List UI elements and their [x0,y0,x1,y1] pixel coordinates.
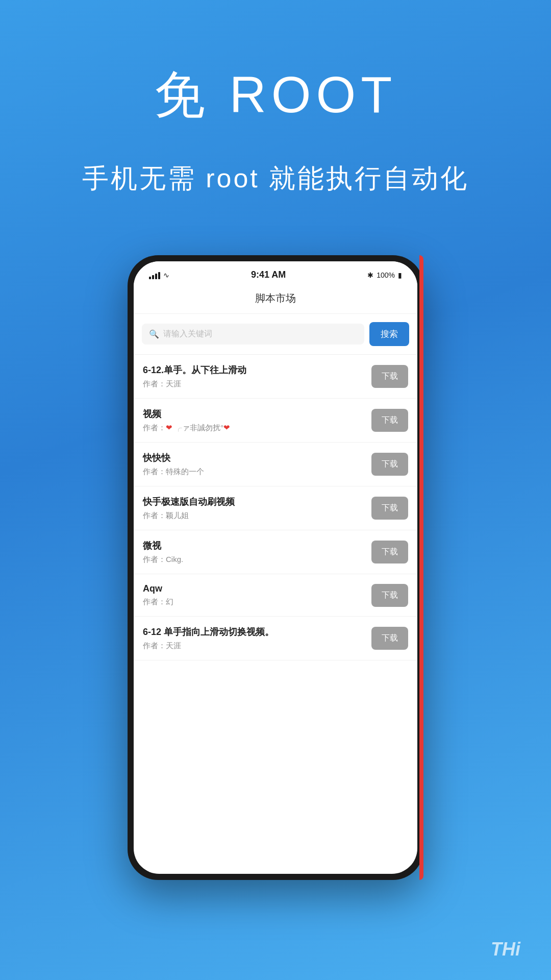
phone-mockup: ∿ 9:41 AM ✱ 100% ▮ 脚本市场 🔍 请输入关键词 搜索 [128,255,423,880]
right-edge-bar [419,255,423,880]
script-name: 快快快 [143,452,371,464]
download-button[interactable]: 下载 [371,365,408,388]
status-bar: ∿ 9:41 AM ✱ 100% ▮ [134,261,417,284]
script-author: 作者：天涯 [143,641,371,651]
list-item: Aqw 作者：幻 下载 [134,574,417,617]
script-info: 微视 作者：Cikg. [143,540,371,565]
signal-bar-1 [149,277,151,279]
search-input-wrapper[interactable]: 🔍 请输入关键词 [142,324,364,345]
script-name: 6-12.单手。从下往上滑动 [143,364,371,376]
search-button[interactable]: 搜索 [369,322,409,346]
app-title: 脚本市场 [255,292,296,304]
script-list: 6-12.单手。从下往上滑动 作者：天涯 下载 视频 作者：❤ ╭ァ非誠勿扰°❤… [134,354,417,660]
signal-bar-3 [155,274,157,279]
bluetooth-icon: ✱ [367,271,373,279]
script-info: 6-12.单手。从下往上滑动 作者：天涯 [143,364,371,389]
download-button[interactable]: 下载 [371,627,408,650]
search-section: 🔍 请输入关键词 搜索 [134,314,417,354]
bottom-area: THi [0,919,551,980]
status-time: 9:41 AM [251,270,286,280]
download-button[interactable]: 下载 [371,584,408,607]
battery-icon: ▮ [398,271,402,279]
script-info: Aqw 作者：幻 [143,583,371,607]
list-item: 6-12.单手。从下往上滑动 作者：天涯 下载 [134,355,417,399]
list-item: 6-12 单手指向上滑动切换视频。 作者：天涯 下载 [134,617,417,660]
top-section: 免 ROOT 手机无需 root 就能执行自动化 [0,0,551,197]
status-left: ∿ [149,271,169,279]
heart-icon-right: ❤ [223,423,230,432]
script-info: 6-12 单手指向上滑动切换视频。 作者：天涯 [143,626,371,651]
script-name: 快手极速版自动刷视频 [143,496,371,508]
search-placeholder: 请输入关键词 [163,329,212,339]
script-name: Aqw [143,583,371,594]
sub-title: 手机无需 root 就能执行自动化 [82,161,469,197]
script-info: 视频 作者：❤ ╭ァ非誠勿扰°❤ [143,408,371,433]
list-item: 快手极速版自动刷视频 作者：颖儿姐 下载 [134,486,417,530]
script-info: 快手极速版自动刷视频 作者：颖儿姐 [143,496,371,521]
search-icon: 🔍 [149,329,159,339]
phone-frame: ∿ 9:41 AM ✱ 100% ▮ 脚本市场 🔍 请输入关键词 搜索 [128,255,423,880]
signal-bar-4 [158,272,160,279]
wifi-icon: ∿ [163,271,169,279]
download-button[interactable]: 下载 [371,497,408,520]
status-right: ✱ 100% ▮ [367,271,402,279]
watermark: THi [491,939,520,960]
signal-bar-2 [152,275,154,279]
download-button[interactable]: 下载 [371,453,408,476]
signal-bars-icon [149,271,160,279]
script-name: 微视 [143,540,371,552]
download-button[interactable]: 下载 [371,409,408,432]
script-name: 视频 [143,408,371,420]
download-button[interactable]: 下载 [371,541,408,564]
phone-screen: ∿ 9:41 AM ✱ 100% ▮ 脚本市场 🔍 请输入关键词 搜索 [134,261,417,874]
script-author: 作者：Cikg. [143,555,371,565]
script-author: 作者：特殊的一个 [143,467,371,477]
script-info: 快快快 作者：特殊的一个 [143,452,371,477]
list-item: 微视 作者：Cikg. 下载 [134,530,417,574]
main-title: 免 ROOT [154,61,397,130]
author-name: ╭ァ非誠勿扰° [172,423,223,432]
script-author: 作者：幻 [143,597,371,607]
script-author: 作者：❤ ╭ァ非誠勿扰°❤ [143,423,371,433]
script-name: 6-12 单手指向上滑动切换视频。 [143,626,371,638]
list-item: 快快快 作者：特殊的一个 下载 [134,443,417,486]
heart-icon-left: ❤ [166,423,172,432]
list-item: 视频 作者：❤ ╭ァ非誠勿扰°❤ 下载 [134,399,417,443]
battery-percent: 100% [377,271,395,279]
script-author: 作者：颖儿姐 [143,511,371,521]
app-title-bar: 脚本市场 [134,284,417,314]
author-prefix: 作者： [143,423,166,432]
script-author: 作者：天涯 [143,379,371,389]
